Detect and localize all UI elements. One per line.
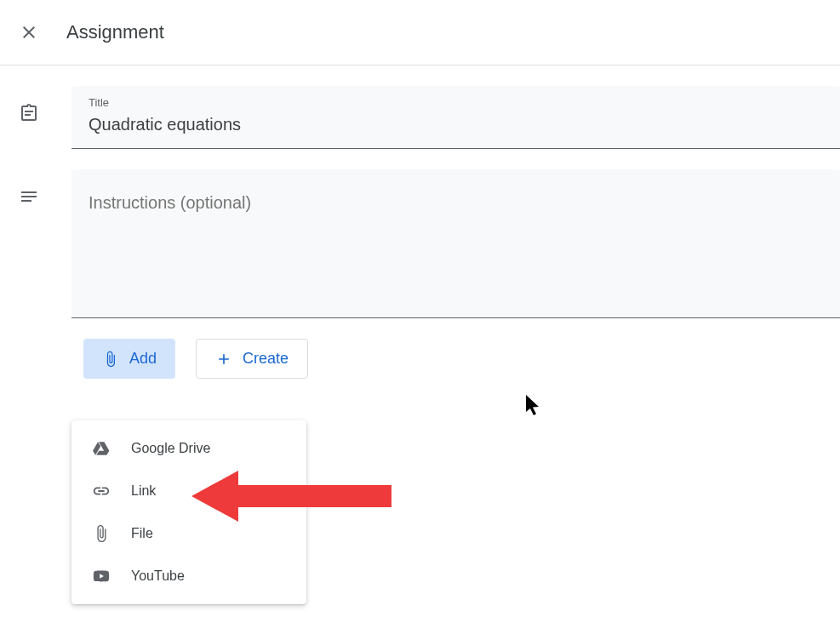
close-button[interactable]	[12, 15, 46, 49]
youtube-icon	[92, 567, 111, 585]
add-button-label: Add	[129, 350, 157, 368]
instructions-field-container[interactable]	[71, 169, 840, 318]
attachment-icon	[102, 351, 119, 368]
buttons-row: Add Create	[83, 339, 840, 379]
title-field-container[interactable]: Title	[71, 86, 840, 149]
cursor-icon	[526, 395, 543, 417]
add-dropdown: Google Drive Link File YouTube	[71, 420, 306, 604]
title-label: Title	[89, 96, 823, 109]
dropdown-item-label: YouTube	[131, 568, 185, 584]
close-icon	[19, 22, 39, 43]
dropdown-item-youtube[interactable]: YouTube	[71, 555, 306, 597]
header: Assignment	[0, 0, 840, 66]
add-button[interactable]: Add	[83, 339, 175, 379]
dropdown-item-google-drive[interactable]: Google Drive	[71, 427, 306, 470]
assignment-icon	[12, 86, 46, 134]
plus-icon	[215, 351, 232, 368]
link-icon	[92, 482, 111, 500]
dropdown-item-link[interactable]: Link	[71, 470, 306, 512]
dropdown-item-label: Link	[131, 483, 156, 499]
instructions-row	[12, 169, 840, 318]
page-title: Assignment	[66, 21, 164, 43]
title-row: Title	[12, 86, 840, 149]
content: Title Add Create	[0, 66, 840, 379]
instructions-input[interactable]	[89, 193, 823, 232]
google-drive-icon	[92, 439, 111, 458]
dropdown-item-label: Google Drive	[131, 441, 210, 456]
instructions-icon	[12, 169, 46, 217]
dropdown-item-label: File	[131, 526, 153, 541]
title-input[interactable]	[89, 112, 823, 136]
create-button[interactable]: Create	[196, 339, 308, 379]
dropdown-item-file[interactable]: File	[71, 512, 306, 555]
create-button-label: Create	[243, 350, 289, 368]
file-icon	[92, 524, 111, 543]
